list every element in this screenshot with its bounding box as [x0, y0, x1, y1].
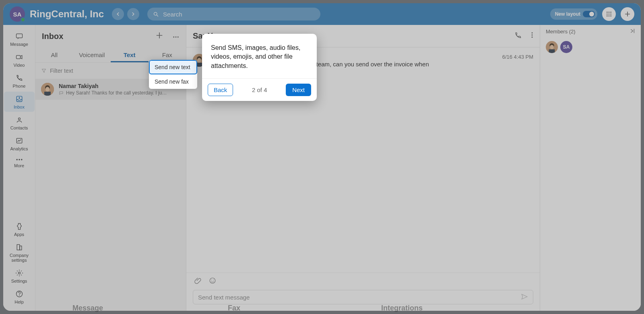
member-avatar[interactable]: SA	[560, 41, 572, 53]
svg-point-5	[609, 14, 610, 15]
svg-point-2	[609, 12, 610, 13]
svg-point-36	[210, 278, 215, 283]
nav-company-settings[interactable]: Company settings	[4, 240, 35, 265]
tour-popover: Send SMS, images, audio files, videos, e…	[202, 34, 317, 101]
collapse-right-icon	[629, 28, 635, 34]
svg-point-12	[18, 118, 20, 120]
svg-rect-11	[16, 55, 20, 59]
svg-point-0	[154, 12, 157, 15]
avatar-initials: SA	[13, 11, 22, 18]
nav-analytics[interactable]: Analytics	[4, 133, 35, 154]
nav-contacts[interactable]: Contacts	[4, 113, 35, 133]
svg-point-14	[16, 159, 17, 160]
svg-rect-17	[17, 244, 20, 250]
members-title: Members (2)	[546, 29, 576, 35]
message-icon	[15, 32, 24, 40]
contacts-icon	[15, 116, 23, 124]
bottom-page-labels: Message Fax Integrations	[0, 304, 644, 312]
emoji-button[interactable]	[209, 277, 216, 286]
tour-step: 2 of 4	[237, 86, 282, 93]
svg-point-6	[610, 14, 611, 15]
svg-point-8	[609, 15, 610, 16]
nav-settings[interactable]: Settings	[4, 266, 35, 286]
toggle-switch[interactable]	[583, 11, 595, 17]
paperclip-icon	[194, 277, 202, 284]
svg-point-30	[532, 34, 533, 35]
svg-point-34	[197, 58, 201, 63]
inbox-more-button[interactable]	[172, 33, 180, 40]
svg-rect-42	[549, 49, 555, 53]
presence-indicator	[21, 17, 25, 22]
chevron-right-icon	[130, 11, 136, 17]
plus-icon	[155, 31, 163, 39]
apps-icon	[15, 222, 23, 230]
new-layout-label: New layout	[555, 11, 580, 17]
svg-point-19	[18, 272, 20, 274]
plus-icon	[624, 11, 631, 17]
new-layout-toggle[interactable]: New layout	[550, 8, 597, 20]
nav-video[interactable]: Video	[4, 50, 35, 70]
send-new-text-option[interactable]: Send new text	[149, 60, 197, 74]
dialpad-icon	[606, 11, 612, 17]
tour-body: Send SMS, images, audio files, videos, e…	[202, 34, 317, 78]
members-panel: Members (2) SA	[540, 25, 641, 311]
user-avatar[interactable]: SA	[10, 6, 25, 22]
attach-button[interactable]	[194, 277, 202, 286]
svg-point-9	[610, 15, 611, 16]
collapse-panel-button[interactable]	[629, 28, 635, 35]
nav-phone[interactable]: Phone	[4, 71, 35, 91]
svg-point-4	[607, 14, 608, 15]
chat-more-button[interactable]	[531, 31, 533, 41]
send-button[interactable]	[521, 293, 528, 302]
app-title: RingCentral, Inc	[30, 8, 104, 20]
gear-icon	[15, 269, 23, 277]
nav-more[interactable]: More	[4, 154, 35, 170]
analytics-icon	[15, 137, 23, 145]
svg-rect-10	[16, 34, 22, 38]
svg-point-23	[175, 37, 177, 38]
phone-icon	[15, 74, 23, 82]
tour-back-button[interactable]: Back	[208, 84, 233, 96]
help-icon	[15, 290, 23, 298]
svg-point-15	[19, 159, 20, 160]
svg-point-31	[532, 36, 533, 37]
svg-rect-18	[19, 246, 21, 250]
more-icon	[15, 158, 23, 162]
send-icon	[521, 293, 528, 300]
svg-point-7	[607, 15, 608, 16]
inbox-title: Inbox	[42, 32, 155, 41]
svg-point-22	[173, 37, 174, 38]
svg-point-16	[21, 159, 22, 160]
emoji-icon	[209, 277, 216, 284]
search-placeholder: Search	[163, 11, 182, 18]
compose-input[interactable]: Send text message	[193, 290, 533, 304]
filter-icon	[41, 68, 47, 74]
chevron-left-icon	[115, 11, 121, 17]
tab-voicemail[interactable]: Voicemail	[73, 47, 111, 62]
nav-forward-button[interactable]	[127, 8, 139, 20]
member-avatar[interactable]	[546, 41, 558, 53]
new-compose-button[interactable]	[155, 31, 163, 41]
avatar	[41, 83, 54, 96]
call-button[interactable]	[514, 31, 522, 41]
nav-apps[interactable]: Apps	[4, 219, 35, 239]
tab-text[interactable]: Text	[111, 47, 149, 62]
video-icon	[15, 53, 24, 61]
search-input[interactable]: Search	[147, 8, 320, 21]
tab-all[interactable]: All	[35, 47, 73, 62]
svg-point-21	[19, 295, 20, 296]
nav-message[interactable]: Message	[4, 29, 35, 49]
svg-rect-28	[44, 92, 51, 96]
nav-inbox[interactable]: Inbox	[4, 92, 35, 112]
nav-back-button[interactable]	[112, 8, 124, 20]
tour-next-button[interactable]: Next	[286, 84, 311, 96]
more-vertical-icon	[531, 31, 533, 39]
compose-dropdown: Send new text Send new fax	[149, 60, 197, 89]
add-button[interactable]	[621, 7, 634, 21]
nav-rail: Message Video Phone Inbox Contacts Analy…	[3, 25, 35, 311]
inbox-icon	[15, 95, 23, 103]
send-new-fax-option[interactable]: Send new fax	[149, 74, 197, 89]
compose-placeholder: Send text message	[198, 294, 521, 301]
dialpad-button[interactable]	[602, 7, 616, 21]
svg-point-24	[178, 37, 179, 38]
